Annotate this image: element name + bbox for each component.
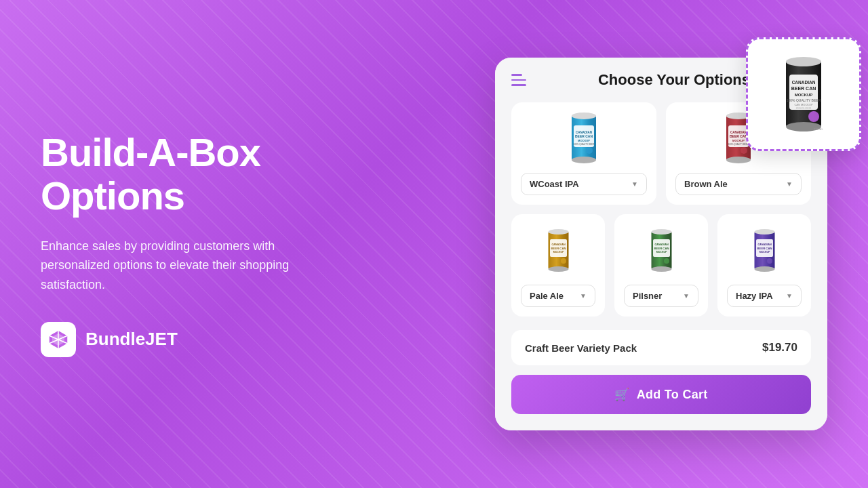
add-to-cart-button[interactable]: 🛒 Add To Cart <box>511 375 811 414</box>
svg-point-14 <box>586 147 593 154</box>
preview-card: CANADIAN BEER CAN MOCKUP 100% QUALITY BE… <box>746 37 861 151</box>
select-label-hazy-ipa: Hazy IPA <box>736 291 773 301</box>
chevron-down-icon: ▼ <box>683 292 690 300</box>
chevron-down-icon: ▼ <box>786 180 793 188</box>
product-image-pilsner: CANADIAN BEER CAN MOCKUP <box>634 224 688 278</box>
svg-text:100% QUALITY BEER: 100% QUALITY BEER <box>574 143 595 146</box>
svg-text:CANADIAN: CANADIAN <box>757 243 772 246</box>
svg-text:BEER CAN: BEER CAN <box>654 246 669 249</box>
left-section: Build-A-BoxOptions Enhance sales by prov… <box>41 131 366 357</box>
product-item-pale-ale: CANADIAN BEER CAN MOCKUP Pale Ale ▼ <box>511 214 605 317</box>
chevron-down-icon: ▼ <box>786 292 793 300</box>
select-label-pale-ale: Pale Ale <box>530 291 564 301</box>
svg-text:CANADIAN: CANADIAN <box>654 243 669 246</box>
svg-point-54 <box>786 57 821 66</box>
brand-logo-icon <box>41 322 76 357</box>
product-select-hazy-ipa[interactable]: Hazy IPA ▼ <box>727 285 802 307</box>
headline: Build-A-BoxOptions <box>41 131 366 218</box>
svg-point-27 <box>548 229 568 235</box>
svg-text:CAN MOCKUP: CAN MOCKUP <box>794 103 812 106</box>
chevron-down-icon: ▼ <box>580 292 587 300</box>
bundle-name: Craft Beer Variety Pack <box>525 342 637 354</box>
svg-text:330 ML: 330 ML <box>814 127 823 131</box>
hamburger-menu-icon[interactable] <box>511 74 526 86</box>
svg-point-51 <box>767 258 772 264</box>
svg-text:MOCKUP: MOCKUP <box>578 139 590 142</box>
svg-text:MOCKUP: MOCKUP <box>656 250 667 253</box>
product-image-pale-ale: CANADIAN BEER CAN MOCKUP <box>531 224 585 278</box>
svg-point-45 <box>754 229 774 235</box>
svg-point-42 <box>664 258 669 264</box>
svg-text:MOCKUP: MOCKUP <box>553 250 564 253</box>
select-label-pilsner: Pilsner <box>633 291 662 301</box>
product-select-pilsner[interactable]: Pilsner ▼ <box>624 285 698 307</box>
svg-point-46 <box>754 266 774 272</box>
product-item-hazy-ipa: CANADIAN BEER CAN MOCKUP Hazy IPA ▼ <box>717 214 811 317</box>
svg-point-28 <box>548 266 568 272</box>
svg-text:CANADIAN: CANADIAN <box>551 243 566 246</box>
svg-text:100% QUALITY BEER: 100% QUALITY BEER <box>787 98 821 102</box>
product-select-wcoast-ipa[interactable]: WCoast IPA ▼ <box>521 173 647 195</box>
svg-text:BEER CAN: BEER CAN <box>757 246 772 249</box>
product-card-container: Choose Your Options <box>495 58 827 430</box>
preview-can-image: CANADIAN BEER CAN MOCKUP 100% QUALITY BE… <box>766 50 841 138</box>
svg-text:BEER CAN: BEER CAN <box>791 86 816 91</box>
product-grid-row2: CANADIAN BEER CAN MOCKUP Pale Ale ▼ <box>511 214 811 317</box>
svg-point-37 <box>651 266 671 272</box>
svg-point-63 <box>808 111 819 122</box>
product-item-wcoast-ipa: CANADIAN BEER CAN MOCKUP 100% QUALITY BE… <box>511 102 656 205</box>
svg-point-24 <box>741 147 747 154</box>
svg-text:MOCKUP: MOCKUP <box>732 139 745 142</box>
svg-text:100% QUALITY BEER: 100% QUALITY BEER <box>728 143 749 146</box>
bundle-footer: Craft Beer Variety Pack $19.70 <box>511 330 811 365</box>
product-image-wcoast-ipa: CANADIAN BEER CAN MOCKUP 100% QUALITY BE… <box>557 112 611 166</box>
svg-text:2024 01:03 00: 2024 01:03 00 <box>796 107 811 110</box>
bundle-price: $19.70 <box>762 341 797 354</box>
svg-text:BEER CAN: BEER CAN <box>730 134 748 138</box>
svg-text:BEER CAN: BEER CAN <box>575 134 593 138</box>
svg-point-7 <box>572 113 596 119</box>
chevron-down-icon: ▼ <box>631 180 638 188</box>
svg-point-8 <box>572 157 596 163</box>
svg-text:BEER CAN: BEER CAN <box>551 246 566 249</box>
svg-text:MOCKUP: MOCKUP <box>759 250 770 253</box>
product-select-pale-ale[interactable]: Pale Ale ▼ <box>521 285 595 307</box>
cart-icon: 🛒 <box>614 387 629 402</box>
svg-point-18 <box>726 157 751 163</box>
brand: BundleJET <box>41 322 366 357</box>
svg-text:MOCKUP: MOCKUP <box>795 93 813 97</box>
subtext: Enhance sales by providing customers wit… <box>41 237 326 295</box>
svg-point-36 <box>651 229 671 235</box>
select-label-brown-ale: Brown Ale <box>684 179 728 189</box>
svg-text:CANADIAN: CANADIAN <box>792 80 816 85</box>
product-select-brown-ale[interactable]: Brown Ale ▼ <box>675 173 802 195</box>
brand-name: BundleJET <box>85 329 178 350</box>
product-item-pilsner: CANADIAN BEER CAN MOCKUP Pilsner ▼ <box>614 214 708 317</box>
add-to-cart-label: Add To Cart <box>637 388 708 402</box>
select-label-wcoast-ipa: WCoast IPA <box>530 179 579 189</box>
product-image-hazy-ipa: CANADIAN BEER CAN MOCKUP <box>737 224 791 278</box>
svg-point-33 <box>561 258 566 264</box>
